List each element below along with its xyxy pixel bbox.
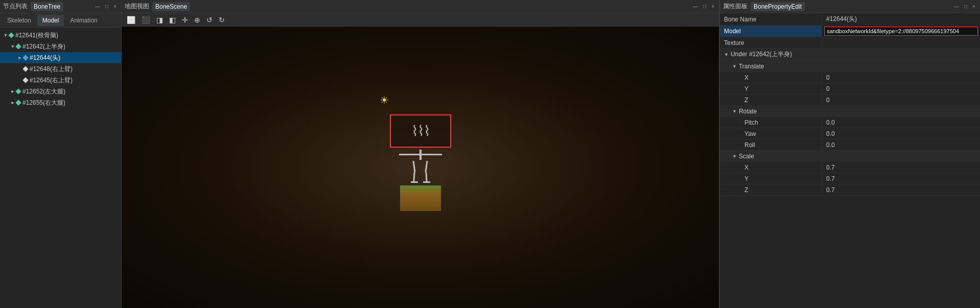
- translate-z-row: Z 0: [720, 94, 980, 106]
- tree-item-12644[interactable]: ► #12644(头): [0, 52, 121, 63]
- under-group-row[interactable]: ▼ Under #12642(上半身): [720, 49, 980, 61]
- scene-viewport[interactable]: ☀ ⌇⌇⌇: [122, 27, 719, 308]
- translate-group-label: ▼ Translate: [728, 61, 768, 72]
- translate-y-row: Y 0: [720, 83, 980, 94]
- scale-group-label: ▼ Scale: [728, 151, 758, 161]
- scale-x-label: X: [720, 162, 822, 173]
- yaw-value[interactable]: 0.0: [822, 128, 980, 139]
- toolbar-btn-4[interactable]: ◧: [167, 15, 178, 25]
- char-left-leg-lower: [413, 172, 415, 181]
- char-right-arm: [422, 154, 442, 155]
- rotate-group-row[interactable]: ▼ Rotate: [720, 106, 980, 117]
- toolbar-btn-undo[interactable]: ↺: [204, 15, 215, 25]
- property-minimize-icon[interactable]: —: [952, 3, 961, 10]
- translate-collapse-arrow: ▼: [732, 64, 737, 69]
- tab-skeleton[interactable]: Skeleton: [2, 15, 36, 26]
- bone-tree-maximize-icon[interactable]: □: [104, 3, 110, 10]
- roll-value[interactable]: 0.0: [822, 139, 980, 150]
- tree-item-12655[interactable]: ► #12655(右大腿): [0, 97, 121, 108]
- property-titlebar: 属性面板 BonePropertyEdit — □ ×: [720, 0, 980, 13]
- bone-tree-close-icon[interactable]: ×: [112, 3, 118, 10]
- property-titlebar-icons: — □ ×: [952, 3, 977, 10]
- scale-x-value[interactable]: 0.7: [822, 162, 980, 173]
- property-tab-label[interactable]: BonePropertyEdit: [751, 2, 805, 11]
- char-left-leg-upper: [412, 160, 415, 172]
- scale-z-row: Z 0.7: [720, 184, 980, 196]
- model-value-cell[interactable]: [822, 26, 980, 37]
- texture-row: Texture: [720, 37, 980, 49]
- texture-label: Texture: [720, 37, 822, 48]
- yaw-row: Yaw 0.0: [720, 128, 980, 139]
- char-left-leg: [411, 161, 418, 183]
- tree-item-12642[interactable]: ▼ #12642(上半身): [0, 41, 121, 52]
- pitch-value[interactable]: 0.0: [822, 117, 980, 128]
- property-content: Bone Name #12644(头) Model Texture ▼ Unde…: [720, 13, 980, 308]
- tree-diamond-12652: [15, 88, 21, 94]
- property-panel: 属性面板 BonePropertyEdit — □ × Bone Name #1…: [719, 0, 980, 308]
- bone-name-row: Bone Name #12644(头): [720, 13, 980, 26]
- tree-item-12652[interactable]: ► #12652(左大腿): [0, 86, 121, 97]
- char-left-arm: [399, 154, 419, 155]
- model-input[interactable]: [824, 27, 978, 36]
- translate-x-value[interactable]: 0: [822, 72, 980, 83]
- toolbar-btn-3[interactable]: ◨: [154, 15, 165, 25]
- bone-tree-content: ▼ #12641(根骨脑) ▼ #12642(上半身) ► #12644(头): [0, 28, 121, 308]
- bone-name-label: Bone Name: [720, 13, 822, 25]
- tree-diamond-12644: [22, 55, 28, 60]
- bone-tree-titlebar-icons: — □ ×: [94, 3, 118, 10]
- translate-z-value[interactable]: 0: [822, 94, 980, 105]
- scene-tab-label[interactable]: BoneScene: [152, 2, 190, 11]
- char-right-foot: [423, 181, 430, 183]
- char-head-box: ⌇⌇⌇: [390, 114, 451, 148]
- model-label: Model: [720, 26, 822, 37]
- toolbar-btn-6[interactable]: ⊕: [192, 15, 202, 25]
- translate-y-value[interactable]: 0: [822, 83, 980, 94]
- char-body: [399, 149, 442, 183]
- tree-item-label-12642: #12642(上半身): [22, 42, 65, 51]
- property-close-icon[interactable]: ×: [971, 3, 977, 10]
- tab-animation[interactable]: Animation: [65, 15, 102, 26]
- scene-close-icon[interactable]: ×: [710, 3, 716, 10]
- tree-item-12641[interactable]: ▼ #12641(根骨脑): [0, 30, 121, 41]
- texture-value: [822, 37, 980, 48]
- tab-model[interactable]: Model: [37, 15, 64, 26]
- scene-character: ☀ ⌇⌇⌇: [390, 114, 451, 211]
- toolbar-btn-redo[interactable]: ↻: [217, 15, 227, 25]
- scale-z-value[interactable]: 0.7: [822, 184, 980, 195]
- tree-item-label-12652: #12652(左大腿): [22, 87, 65, 96]
- toolbar-btn-5[interactable]: ✛: [180, 15, 190, 25]
- scene-maximize-icon[interactable]: □: [702, 3, 708, 10]
- rotate-group-label: ▼ Rotate: [728, 106, 761, 116]
- tree-item-label-12648: #12648(右上臂): [30, 65, 73, 74]
- char-legs: [411, 161, 430, 183]
- scene-panel: 地图视图 BoneScene — □ × ⬜ ⬛ ◨ ◧ ✛ ⊕ ↺ ↻: [122, 0, 719, 308]
- scale-group-row[interactable]: ▼ Scale: [720, 151, 980, 162]
- scene-minimize-icon[interactable]: —: [691, 3, 699, 10]
- tree-item-12648[interactable]: #12648(右上臂): [0, 63, 121, 75]
- scene-titlebar-icons: — □ ×: [691, 3, 716, 10]
- translate-group-row[interactable]: ▼ Translate: [720, 61, 980, 72]
- scale-y-row: Y 0.7: [720, 173, 980, 184]
- bone-tree-panel: 节点列表 BoneTree — □ × Skeleton Model Anima…: [0, 0, 122, 308]
- under-group-label: ▼ Under #12642(上半身): [720, 49, 796, 60]
- toolbar-btn-1[interactable]: ⬜: [125, 15, 137, 25]
- toolbar-btn-2[interactable]: ⬛: [139, 15, 152, 25]
- model-row[interactable]: Model: [720, 26, 980, 37]
- bone-tree-minimize-icon[interactable]: —: [94, 3, 102, 10]
- roll-label: Roll: [720, 139, 822, 150]
- pitch-row: Pitch 0.0: [720, 117, 980, 128]
- tree-item-12645[interactable]: #12645(右上臂): [0, 75, 121, 86]
- tree-diamond-12642: [15, 43, 21, 49]
- sun-icon: ☀: [380, 94, 392, 106]
- scene-titlebar: 地图视图 BoneScene — □ ×: [122, 0, 719, 13]
- char-left-foot: [411, 181, 418, 183]
- yaw-label: Yaw: [720, 128, 822, 139]
- tree-diamond-12641: [8, 32, 14, 38]
- scale-y-value[interactable]: 0.7: [822, 173, 980, 184]
- bone-tree-tab-label[interactable]: BoneTree: [31, 2, 63, 11]
- tree-item-label-12644: #12644(头): [30, 54, 60, 62]
- scale-collapse-arrow: ▼: [732, 154, 737, 159]
- property-maximize-icon[interactable]: □: [963, 3, 969, 10]
- roll-row: Roll 0.0: [720, 139, 980, 151]
- tree-diamond-12655: [15, 100, 21, 105]
